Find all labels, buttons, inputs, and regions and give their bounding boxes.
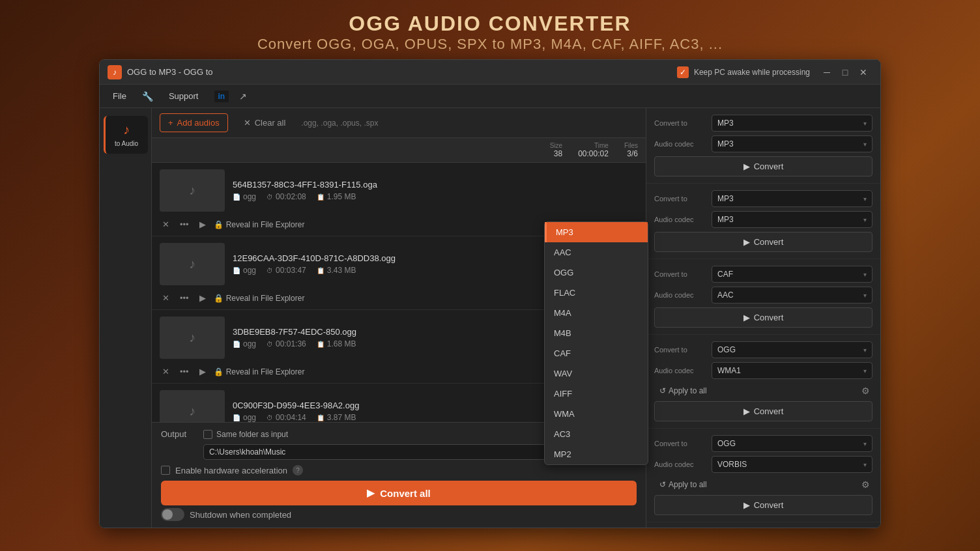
conversion-section: Convert to OGG Audio codec WMA1 ↺ Apply …: [646, 335, 880, 429]
format-option-flac[interactable]: FLAC: [646, 283, 648, 303]
convert-all-row: ▶ Convert all: [161, 481, 637, 505]
codec-select[interactable]: VORBIS: [712, 456, 872, 473]
format-select[interactable]: OGG: [712, 435, 872, 452]
play-file-button[interactable]: ▶: [197, 218, 209, 231]
format-option-mp3[interactable]: MP3: [646, 222, 648, 242]
remove-file-button[interactable]: ✕: [160, 218, 172, 231]
format-option-m4b[interactable]: M4B: [646, 323, 648, 343]
lock-icon: 🔒: [214, 220, 223, 229]
reveal-file-button[interactable]: 🔒 Reveal in File Explorer: [214, 294, 305, 303]
format-select[interactable]: MP3: [712, 115, 872, 132]
right-scroll: Convert to MP3 Audio codec MP3 ▶ Convert…: [646, 108, 880, 528]
format-select[interactable]: CAF: [712, 266, 872, 283]
hw-accel-help[interactable]: ?: [293, 465, 303, 475]
reveal-label: Reveal in File Explorer: [226, 220, 305, 229]
file-duration: ⏱ 00:03:47: [267, 266, 306, 275]
format-option-wma[interactable]: WMA: [646, 404, 648, 424]
audio-codec-label: Audio codec: [654, 460, 706, 468]
format-option-ac3[interactable]: AC3: [646, 424, 648, 444]
play-file-button[interactable]: ▶: [197, 292, 209, 304]
conversion-section: Convert to CAF Audio codec AAC ▶ Convert: [646, 259, 880, 335]
file-format: 📄 ogg: [233, 266, 256, 275]
more-options-button[interactable]: •••: [177, 292, 192, 304]
format-option-m4a[interactable]: M4A: [646, 303, 648, 323]
format-option-wav[interactable]: WAV: [646, 363, 648, 384]
reveal-file-button[interactable]: 🔒 Reveal in File Explorer: [214, 367, 305, 376]
play-file-button[interactable]: ▶: [197, 365, 209, 378]
convert-to-label: Convert to: [654, 346, 706, 354]
time-label: Time: [594, 142, 609, 149]
share-icon: ↗: [239, 91, 247, 102]
reveal-file-button[interactable]: 🔒 Reveal in File Explorer: [214, 220, 305, 229]
convert-button[interactable]: ▶ Convert: [654, 232, 872, 252]
same-folder-checkbox[interactable]: [203, 430, 212, 439]
format-select[interactable]: OGG: [712, 341, 872, 358]
shutdown-row: Shutdown when completed: [161, 508, 637, 521]
audio-icon: ♪: [123, 122, 130, 137]
close-button[interactable]: ✕: [854, 63, 872, 81]
files-label: Files: [624, 142, 638, 149]
remove-file-button[interactable]: ✕: [160, 292, 172, 304]
convert-to-label: Convert to: [654, 119, 706, 127]
output-label: Output: [161, 429, 197, 439]
wrench-icon: 🔧: [142, 91, 153, 102]
size-value: 38: [554, 149, 562, 158]
codec-select[interactable]: AAC: [712, 287, 872, 304]
folder-icon: 📄: [233, 414, 240, 421]
add-audios-button[interactable]: + Add audios: [160, 113, 228, 132]
file-size: 📋 3.87 MB: [317, 413, 356, 422]
clear-all-button[interactable]: ✕ Clear all: [236, 114, 294, 132]
settings-button[interactable]: ⚙: [859, 383, 872, 399]
x-icon: ✕: [244, 118, 251, 128]
file-icon: 📋: [317, 193, 324, 201]
conversion-section: Convert to OGG Audio codec VORBIS ↺ Appl…: [646, 429, 880, 522]
lock-icon: 🔒: [214, 367, 223, 376]
maximize-button[interactable]: □: [836, 63, 854, 81]
file-size: 📋 1.95 MB: [317, 192, 356, 201]
keep-awake-container: ✓ Keep PC awake while processing: [677, 66, 810, 78]
menu-linkedin[interactable]: in: [214, 91, 229, 102]
settings-button[interactable]: ⚙: [859, 477, 872, 492]
app-title: OGG AUDIO CONVERTER: [257, 12, 723, 36]
format-select[interactable]: MP3: [712, 190, 872, 207]
keep-awake-checkbox[interactable]: ✓: [677, 66, 689, 78]
menu-support[interactable]: Support: [164, 89, 204, 104]
convert-button[interactable]: ▶ Convert: [654, 156, 872, 177]
remove-file-button[interactable]: ✕: [160, 365, 172, 378]
more-options-button[interactable]: •••: [177, 218, 192, 231]
refresh-icon: ↺: [659, 480, 666, 489]
format-option-ogg[interactable]: OGG: [646, 262, 648, 283]
shutdown-toggle[interactable]: [161, 508, 184, 521]
audio-codec-label: Audio codec: [654, 216, 706, 223]
file-size: 📋 3.43 MB: [317, 266, 356, 275]
codec-select[interactable]: WMA1: [712, 362, 872, 379]
apply-all-button[interactable]: ↺ Apply to all: [654, 384, 712, 398]
audio-codec-row: Audio codec MP3: [654, 135, 872, 152]
file-icon: 📋: [317, 414, 324, 421]
apply-all-button[interactable]: ↺ Apply to all: [654, 477, 712, 492]
hw-accel-checkbox[interactable]: [161, 466, 170, 475]
more-options-button[interactable]: •••: [177, 365, 192, 378]
format-option-aiff[interactable]: AIFF: [646, 384, 648, 404]
convert-button[interactable]: ▶ Convert: [654, 495, 872, 515]
file-icon: 📋: [317, 341, 324, 348]
file-meta: 📄 ogg ⏱ 00:02:08 📋 1.95 MB: [233, 192, 638, 201]
codec-select[interactable]: MP3: [712, 211, 872, 228]
audio-codec-row: Audio codec MP3: [654, 211, 872, 228]
codec-select[interactable]: MP3: [712, 135, 872, 152]
time-value: 00:00:02: [578, 149, 609, 158]
conversion-section: Convert to MP3 Audio codec MP3 ▶ Convert: [646, 184, 880, 259]
convert-all-button[interactable]: ▶ Convert all: [161, 481, 637, 505]
minimize-button[interactable]: ─: [818, 63, 836, 81]
audio-codec-row: Audio codec VORBIS: [654, 456, 872, 473]
format-option-aac[interactable]: AAC: [646, 242, 648, 262]
format-option-caf[interactable]: CAF: [646, 343, 648, 363]
menu-file[interactable]: File: [108, 89, 132, 104]
sidebar-item-audio[interactable]: ♪ to Audio: [104, 116, 148, 154]
convert-to-row: Convert to CAF: [654, 266, 872, 283]
format-option-mp2[interactable]: MP2: [646, 444, 648, 464]
convert-button[interactable]: ▶ Convert: [654, 401, 872, 421]
play-icon: ▶: [367, 487, 375, 499]
play-icon: ▶: [743, 313, 750, 322]
convert-button[interactable]: ▶ Convert: [654, 307, 872, 328]
